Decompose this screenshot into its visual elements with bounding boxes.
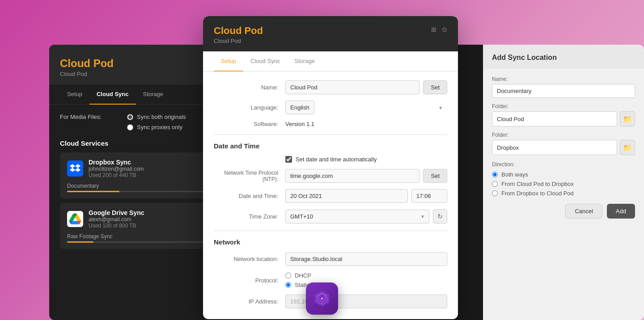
tab-setup[interactable]: Setup (60, 84, 89, 105)
media-files-label: For Media Files: (60, 114, 123, 120)
name-label: Name: (214, 84, 285, 91)
date-time-row: Date and Time: (214, 189, 447, 203)
add-button[interactable]: Add (607, 204, 635, 219)
auto-datetime-checkbox[interactable] (285, 156, 292, 163)
time-input[interactable] (411, 189, 447, 203)
gdrive-storage: Used 100 of 800 TB (89, 223, 144, 229)
sync-cloudpod-input-group: 📁 (492, 111, 635, 126)
timezone-refresh-button[interactable]: ↻ (433, 209, 447, 223)
dialog-tab-setup[interactable]: Setup (214, 51, 243, 72)
software-value: Version 1.1 (285, 121, 447, 127)
dialog-content: Name: Set Language: English Software: Ve… (203, 72, 458, 313)
date-input[interactable] (285, 189, 408, 203)
dialog-subtitle: Cloud Pod (214, 38, 447, 44)
radio-both-label: Sync both originals (137, 114, 186, 120)
software-label: Software: (214, 121, 285, 127)
dropbox-info: Dropbox Sync johncitizen@gmail.com Used … (89, 159, 144, 178)
direction-both-label: Both ways (501, 171, 528, 178)
ntp-row: Network Time Protocol (NTP): Set (214, 169, 447, 183)
sync-name-input[interactable] (492, 84, 635, 98)
dialog-header-icons: ⊞ ⊙ (431, 26, 447, 33)
direction-to-pod[interactable]: From Dropbox to Cloud Pod (492, 190, 635, 197)
dialog-share-icon: ⊙ (442, 26, 447, 33)
tab-cloud-sync[interactable]: Cloud Sync (89, 84, 136, 105)
timezone-select[interactable]: GMT+10 (285, 210, 429, 223)
right-panel-content: Name: Folder: 📁 Folder: (483, 69, 644, 226)
date-time-label: Date and Time: (214, 193, 285, 199)
dialog-tab-cloud-sync[interactable]: Cloud Sync (243, 51, 287, 72)
sync-name-prefix: Na (492, 76, 499, 82)
direction-both[interactable]: Both ways (492, 171, 635, 178)
direction-to-dropbox-radio[interactable] (492, 181, 498, 187)
right-panel-header: Add Sync Location (483, 45, 644, 69)
sync-cloudpod-prefix: Fold (492, 103, 502, 109)
right-panel: Add Sync Location Name: Folder: 📁 (483, 45, 644, 320)
dropbox-project: Documentary (67, 183, 99, 189)
direction-prefix: Directi (492, 161, 507, 168)
gdrive-project: Raw Footage Sync (67, 233, 112, 240)
protocol-dhcp-radio[interactable] (285, 273, 291, 278)
ntp-label: Network Time Protocol (NTP): (214, 170, 285, 182)
gdrive-icon (67, 211, 83, 227)
language-select-wrapper: English (285, 101, 447, 114)
date-time-inputs (285, 189, 447, 203)
dropbox-email: johncitizen@gmail.com (89, 166, 144, 172)
language-select[interactable]: English (285, 101, 314, 114)
language-row: Language: English (214, 101, 447, 114)
ntp-set-button[interactable]: Set (423, 169, 447, 183)
sync-cloudpod-folder-button[interactable]: 📁 (620, 111, 635, 126)
direction-to-dropbox[interactable]: From Cloud Pod to Dropbox (492, 181, 635, 187)
auto-datetime-label[interactable]: Set date and time automatically (285, 156, 377, 163)
network-location-input[interactable] (285, 252, 447, 266)
radio-proxies-label: Sync proxies only (137, 124, 182, 131)
gdrive-info: Google Drive Sync alexh@gmail.com Used 1… (89, 209, 144, 229)
app-icon[interactable] (306, 282, 338, 315)
radio-proxies[interactable]: Sync proxies only (127, 124, 186, 131)
sync-dropbox-input[interactable] (492, 140, 617, 155)
sync-cloudpod-label: Folder: (492, 103, 635, 109)
network-section-title: Network (214, 238, 447, 246)
sync-dropbox-folder-button[interactable]: 📁 (620, 140, 635, 155)
timezone-row: Time Zone: GMT+10 ↻ (214, 209, 447, 223)
ntp-input[interactable] (285, 169, 419, 183)
dropbox-storage: Used 200 of 440 TB (89, 172, 144, 178)
direction-to-pod-radio[interactable] (492, 190, 498, 196)
ip-address-label: IP Address: (214, 298, 285, 305)
radio-both[interactable]: Sync both originals (127, 114, 186, 120)
gdrive-progress-fill (67, 241, 93, 243)
name-input[interactable] (285, 80, 419, 94)
folder-icon: 📁 (623, 115, 632, 123)
protocol-dhcp[interactable]: DHCP (285, 272, 447, 279)
sync-dropbox-label: Folder: (492, 132, 635, 138)
main-dialog: Cloud Pod Cloud Pod ⊞ ⊙ Setup Cloud Sync… (203, 16, 458, 319)
svg-point-3 (321, 297, 323, 299)
sync-dropbox-input-group: 📁 (492, 140, 635, 155)
timezone-inputs: GMT+10 ↻ (285, 209, 447, 223)
timezone-select-wrapper: GMT+10 (285, 210, 429, 223)
sync-name-row: Name: (492, 76, 635, 98)
right-buttons: Cancel Add (492, 204, 635, 219)
dropbox-progress-fill (67, 191, 119, 192)
timezone-label: Time Zone: (214, 213, 285, 220)
sync-dropbox-row: Folder: 📁 (492, 132, 635, 155)
gdrive-name: Google Drive Sync (89, 209, 144, 216)
dialog-network-icon: ⊞ (431, 26, 436, 33)
direction-to-pod-label: From Dropbox to Cloud Pod (501, 190, 574, 197)
name-row: Name: Set (214, 80, 447, 94)
divider-2 (214, 231, 447, 231)
name-set-button[interactable]: Set (423, 80, 447, 94)
dialog-tab-storage[interactable]: Storage (287, 51, 322, 72)
tab-storage[interactable]: Storage (136, 84, 171, 105)
auto-datetime-text: Set date and time automatically (296, 156, 377, 163)
sync-cloudpod-input[interactable] (492, 111, 617, 126)
direction-both-radio[interactable] (492, 172, 498, 177)
dropbox-icon (67, 160, 83, 177)
language-label: Language: (214, 104, 285, 111)
sync-cloudpod-row: Folder: 📁 (492, 103, 635, 126)
protocol-static-radio[interactable] (285, 282, 291, 288)
cancel-button[interactable]: Cancel (565, 204, 602, 219)
right-panel-title: Add Sync Location (492, 54, 635, 62)
sync-dropbox-prefix: Fold (492, 132, 502, 138)
direction-section: Direction: Both ways From Cloud Pod to D… (492, 161, 635, 197)
direction-to-dropbox-label: From Cloud Pod to Dropbox (501, 181, 574, 187)
